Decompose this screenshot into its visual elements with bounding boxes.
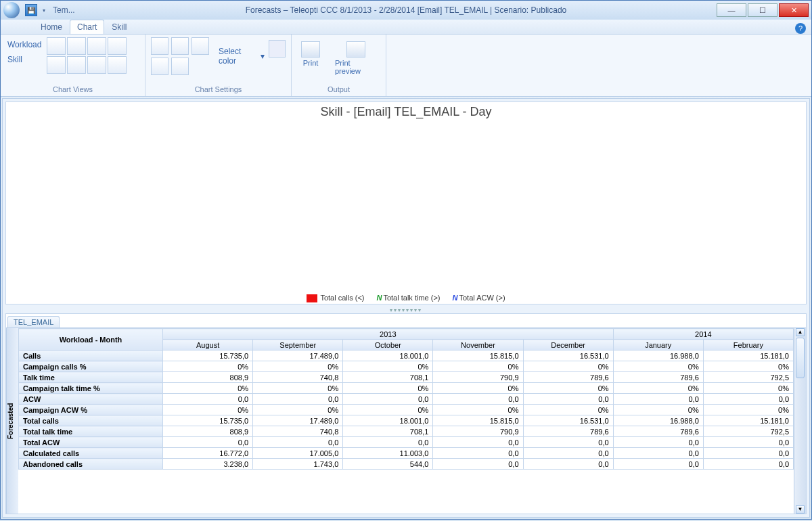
nav-next-btn[interactable] (171, 58, 189, 75)
chartview-thumb[interactable] (47, 56, 66, 74)
printer-icon (301, 41, 320, 58)
menu-tab-home[interactable]: Home (33, 20, 70, 34)
chart-type-btn[interactable] (191, 37, 209, 55)
scroll-up-icon[interactable]: ▲ (796, 328, 805, 336)
vertical-scrollbar[interactable]: ▲ ▼ (794, 328, 806, 514)
save-icon[interactable]: 💾 (25, 4, 37, 16)
legend-swatch-red (307, 294, 317, 302)
data-grid[interactable]: Workload - Month20132014AugustSeptemberO… (18, 328, 794, 514)
chart-title: Skill - [Email] TEL_EMAIL - Day (6, 102, 806, 122)
chartview-thumb[interactable] (87, 56, 106, 74)
chartview-thumb[interactable] (67, 56, 86, 74)
workload-label[interactable]: Workload (7, 40, 41, 49)
ribbon-group-label: Output (297, 84, 380, 93)
app-orb-icon[interactable] (3, 2, 20, 18)
workload-tab[interactable]: TEL_EMAIL (7, 316, 60, 327)
content-area: Skill - [Email] TEL_EMAIL - Day 10008006… (2, 98, 810, 518)
close-button[interactable]: ✕ (779, 3, 809, 17)
scroll-thumb[interactable] (796, 338, 805, 378)
menu-tab-chart[interactable]: Chart (70, 20, 104, 34)
select-color-btn[interactable]: Select color ▾ (213, 37, 265, 66)
chart-panel: Skill - [Email] TEL_EMAIL - Day 10008006… (5, 101, 807, 304)
chartview-thumb[interactable] (87, 37, 106, 55)
table-panel: TEL_EMAIL Forecasted Workload - Month201… (5, 313, 807, 514)
legend-line-green: N (376, 294, 382, 302)
ribbon-group-label: Chart Settings (151, 84, 286, 93)
print-preview-button[interactable]: Print preview (331, 40, 380, 76)
ribbon-group-label: Chart Views (6, 84, 139, 93)
chart-type-btn[interactable] (151, 37, 168, 55)
minimize-button[interactable]: — (717, 3, 746, 17)
help-icon[interactable]: ? (795, 23, 806, 34)
chart-view-thumbnails (47, 37, 127, 74)
chart-type-btn[interactable] (171, 37, 189, 55)
window-title: Forecasts – Teleopti CCC 8/1/2013 - 2/28… (246, 5, 567, 15)
maximize-button[interactable]: ☐ (748, 3, 777, 17)
print-preview-icon (346, 41, 365, 58)
titlebar: 💾 ▾ Tem... Forecasts – Teleopti CCC 8/1/… (1, 1, 811, 20)
table-side-label: Forecasted (6, 328, 18, 514)
print-button[interactable]: Print (297, 40, 324, 68)
chart-legend: Total calls (<) NTotal talk time (>) NTo… (6, 290, 806, 304)
chartview-thumb[interactable] (67, 37, 86, 55)
skill-label[interactable]: Skill (7, 55, 41, 64)
menu-tab-skill[interactable]: Skill (104, 20, 134, 34)
menubar: HomeChartSkill ? (1, 20, 811, 35)
splitter-grip[interactable]: ▾▾▾▾▾▾▾▾ (3, 307, 809, 313)
chartview-thumb[interactable] (108, 56, 127, 74)
qa-dropdown-icon[interactable]: ▾ (40, 7, 48, 14)
chartview-thumb[interactable] (47, 37, 66, 55)
scroll-down-icon[interactable]: ▼ (796, 505, 805, 514)
app-window: 💾 ▾ Tem... Forecasts – Teleopti CCC 8/1/… (0, 0, 812, 520)
color-swatch[interactable] (269, 40, 286, 58)
nav-prev-btn[interactable] (151, 58, 168, 75)
legend-line-blue: N (453, 294, 458, 302)
qa-templates[interactable]: Tem... (48, 3, 80, 17)
chevron-down-icon: ▾ (261, 51, 265, 61)
ribbon: Workload Skill Chart Views Select color … (1, 35, 811, 97)
chartview-thumb[interactable] (108, 37, 127, 55)
